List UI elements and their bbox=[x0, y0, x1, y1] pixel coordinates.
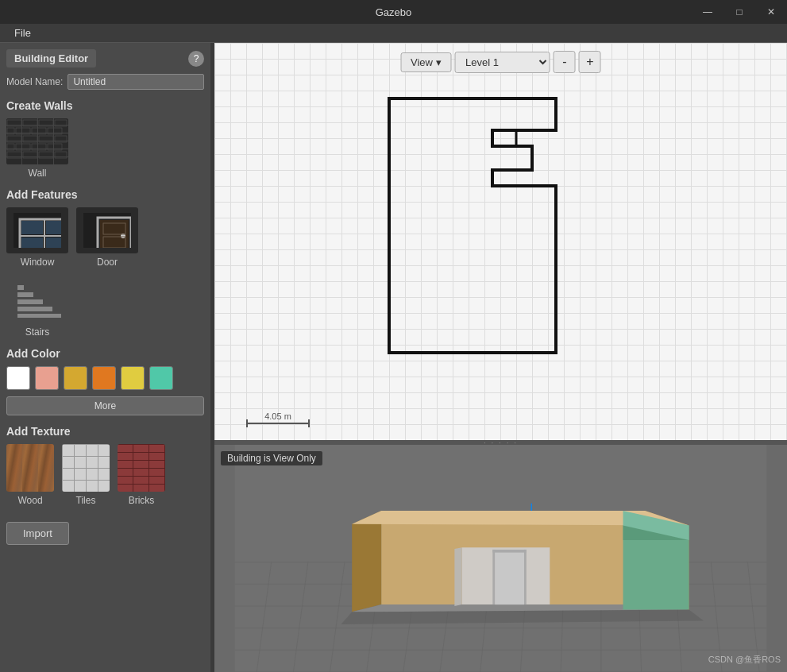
texture-items: Wood Tiles Bricks bbox=[6, 444, 204, 506]
zoom-plus-button[interactable]: + bbox=[579, 51, 601, 73]
window-icon bbox=[14, 213, 61, 248]
svg-rect-18 bbox=[23, 152, 37, 158]
model-name-label: Model Name: bbox=[6, 76, 63, 87]
watermark: CSDN @鱼香ROS bbox=[708, 654, 781, 666]
model-name-row: Model Name: bbox=[6, 74, 204, 90]
menubar: File bbox=[0, 24, 787, 43]
color-orange[interactable] bbox=[92, 366, 116, 390]
svg-rect-37 bbox=[17, 314, 61, 318]
create-walls-title: Create Walls bbox=[6, 99, 204, 112]
color-tan[interactable] bbox=[64, 366, 87, 390]
svg-marker-70 bbox=[454, 547, 461, 606]
svg-rect-25 bbox=[21, 221, 43, 234]
svg-rect-3 bbox=[39, 120, 53, 126]
view-arrow: ▾ bbox=[436, 56, 442, 68]
svg-rect-13 bbox=[7, 144, 14, 150]
svg-rect-77 bbox=[524, 550, 527, 604]
help-button[interactable]: ? bbox=[188, 51, 204, 67]
panel-title: Building Editor bbox=[6, 49, 96, 68]
window-image bbox=[6, 207, 68, 253]
bricks-texture-tile[interactable]: Bricks bbox=[118, 444, 165, 506]
stairs-image bbox=[6, 277, 68, 323]
svg-rect-11 bbox=[39, 136, 53, 142]
minimize-button[interactable]: — bbox=[692, 0, 723, 24]
svg-rect-39 bbox=[17, 299, 43, 304]
3d-scene-svg bbox=[214, 445, 787, 672]
svg-rect-7 bbox=[32, 128, 46, 134]
wall-tile[interactable]: Wall bbox=[6, 118, 68, 179]
svg-rect-28 bbox=[46, 238, 61, 248]
svg-rect-2 bbox=[23, 120, 37, 126]
svg-rect-17 bbox=[7, 152, 21, 158]
window-controls: — □ ✕ bbox=[692, 0, 787, 24]
stairs-label: Stairs bbox=[25, 326, 50, 338]
window-label: Window bbox=[21, 257, 55, 268]
color-teal[interactable] bbox=[149, 366, 173, 390]
stairs-items: Stairs bbox=[6, 277, 204, 338]
svg-rect-19 bbox=[39, 152, 53, 158]
view-label: View bbox=[411, 56, 433, 68]
svg-rect-38 bbox=[17, 307, 52, 311]
door-tile[interactable]: Door bbox=[76, 207, 138, 268]
scale-line bbox=[246, 423, 310, 424]
svg-rect-1 bbox=[7, 120, 21, 126]
wood-label: Wood bbox=[17, 495, 42, 506]
scale-line-inner bbox=[246, 423, 310, 424]
create-walls-items: Wall bbox=[6, 118, 204, 179]
view-button[interactable]: View ▾ bbox=[400, 52, 452, 72]
svg-rect-9 bbox=[7, 136, 21, 142]
svg-rect-15 bbox=[32, 144, 46, 150]
floor-plan bbox=[373, 83, 627, 387]
more-button[interactable]: More bbox=[6, 396, 204, 415]
svg-rect-26 bbox=[46, 221, 61, 234]
color-white[interactable] bbox=[6, 366, 30, 390]
add-features-title: Add Features bbox=[6, 188, 204, 201]
svg-rect-16 bbox=[48, 144, 62, 150]
svg-rect-74 bbox=[495, 551, 524, 604]
svg-rect-6 bbox=[16, 128, 30, 134]
door-label: Door bbox=[97, 257, 118, 268]
svg-rect-10 bbox=[23, 136, 37, 142]
menu-file[interactable]: File bbox=[6, 25, 39, 41]
panel-header: Building Editor ? bbox=[6, 49, 204, 68]
svg-rect-20 bbox=[55, 152, 67, 158]
model-name-input[interactable] bbox=[68, 74, 204, 90]
scale-text: 4.05 m bbox=[246, 411, 310, 421]
wood-texture-tile[interactable]: Wood bbox=[6, 444, 54, 506]
color-salmon[interactable] bbox=[35, 366, 59, 390]
view-only-badge: Building is View Only bbox=[221, 451, 322, 465]
2d-view[interactable]: View ▾ Level 1 - + 4.05 bbox=[214, 43, 787, 440]
svg-marker-67 bbox=[352, 511, 381, 612]
view-toolbar: View ▾ Level 1 - + bbox=[400, 51, 601, 73]
level-select[interactable]: Level 1 bbox=[455, 52, 550, 73]
door-image bbox=[76, 207, 138, 253]
wall-label: Wall bbox=[29, 168, 47, 179]
add-features-items: Window bbox=[6, 207, 204, 268]
add-color-title: Add Color bbox=[6, 347, 204, 360]
window-title: Gazebo bbox=[376, 6, 412, 18]
svg-rect-27 bbox=[21, 238, 43, 248]
color-yellow[interactable] bbox=[121, 366, 145, 390]
close-button[interactable]: ✕ bbox=[755, 0, 787, 24]
zoom-minus-button[interactable]: - bbox=[554, 51, 576, 73]
color-swatches bbox=[6, 366, 204, 390]
floor-plan-svg bbox=[373, 83, 627, 384]
main-layout: Building Editor ? Model Name: Create Wal… bbox=[0, 43, 787, 672]
window-tile[interactable]: Window bbox=[6, 207, 68, 268]
svg-rect-12 bbox=[55, 136, 67, 142]
svg-rect-41 bbox=[17, 285, 24, 290]
stairs-tile[interactable]: Stairs bbox=[6, 277, 68, 338]
titlebar: Gazebo — □ ✕ bbox=[0, 0, 787, 24]
wall-icon bbox=[6, 118, 68, 164]
maximize-button[interactable]: □ bbox=[723, 0, 755, 24]
tiles-texture-tile[interactable]: Tiles bbox=[62, 444, 110, 506]
3d-view: Building is View Only bbox=[214, 445, 787, 672]
svg-rect-4 bbox=[55, 120, 67, 126]
bricks-label: Bricks bbox=[129, 495, 155, 506]
wood-texture-image bbox=[6, 444, 54, 492]
tiles-label: Tiles bbox=[76, 495, 96, 506]
import-button[interactable]: Import bbox=[6, 522, 69, 545]
bricks-texture-image bbox=[118, 444, 165, 492]
scale-bar: 4.05 m bbox=[246, 411, 310, 424]
add-texture-title: Add Texture bbox=[6, 425, 204, 438]
